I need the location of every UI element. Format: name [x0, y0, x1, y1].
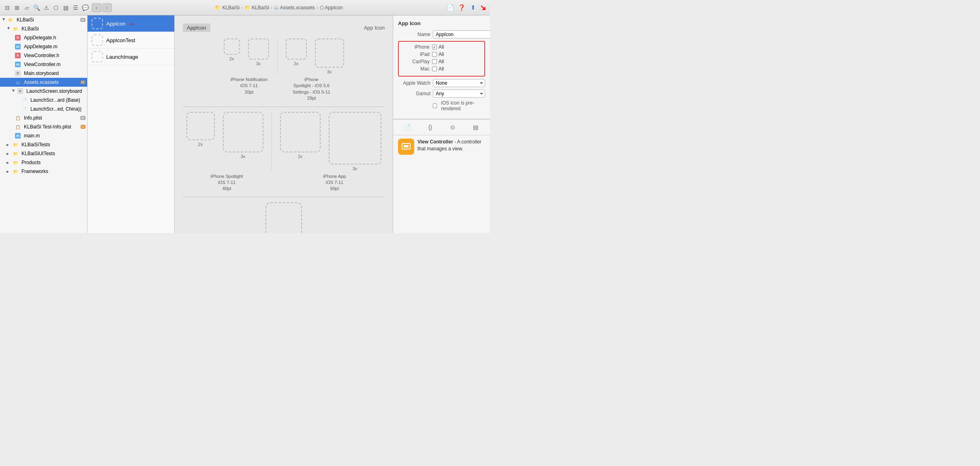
- breadcrumb-item-2[interactable]: 📁 KLBaiSi: [244, 5, 269, 11]
- sidebar-item-launchscreen-base[interactable]: 📄 LaunchScr...ard (Base): [0, 96, 87, 105]
- label-spacer-2: [278, 173, 278, 192]
- svg-rect-1: [404, 145, 409, 147]
- icon-cell-iphoneapp-3x: 3x: [329, 112, 381, 171]
- diamond-icon[interactable]: ⬡: [52, 4, 60, 12]
- triangle-products: ▶: [6, 161, 11, 165]
- forward-button[interactable]: ›: [102, 3, 112, 12]
- toolbar-nav: ‹ ›: [92, 3, 112, 12]
- help-icon[interactable]: ❓: [457, 3, 466, 12]
- sidebar-toggle-icon[interactable]: ⊟: [3, 4, 11, 12]
- grid-icon[interactable]: ▤: [62, 4, 70, 12]
- iphone-checkbox[interactable]: [432, 45, 437, 49]
- tests-folder-icon: 📁: [12, 141, 19, 148]
- applewatch-select[interactable]: None: [433, 79, 485, 87]
- sidebar-item-appdelegate-m[interactable]: m AppDelegate.m: [0, 42, 87, 51]
- search-icon[interactable]: 🔍: [32, 4, 41, 12]
- layout-icon[interactable]: ⊞: [13, 4, 21, 12]
- warning-icon[interactable]: ⚠: [42, 4, 50, 12]
- back-button[interactable]: ‹: [92, 3, 101, 12]
- sidebar-item-test-info-plist[interactable]: 📋 KLBaiSi Test-Info.plist A: [0, 122, 87, 131]
- inspector-tabs: 📄 {} ⊙ ▤: [393, 120, 490, 135]
- triangle-tests: ▶: [6, 143, 11, 147]
- vc-title: View Controller: [417, 139, 453, 145]
- appicon-icon: ⬡: [320, 5, 324, 11]
- root-folder-icon: 📁: [7, 17, 14, 23]
- assets-xcassets-label: Assets.xcassets: [24, 79, 59, 85]
- icon-placeholder-notification-2x[interactable]: [224, 38, 240, 55]
- editor-header: AppIcon App Icon: [183, 24, 385, 32]
- document-icon[interactable]: 📄: [446, 3, 455, 12]
- prerendered-checkbox[interactable]: [433, 103, 437, 108]
- sidebar-item-launchscreen-storyboard[interactable]: ▶ ⊡ LaunchScreen.storyboard: [0, 87, 87, 96]
- icon-cell-notification-3x: 3x: [248, 38, 269, 74]
- info-plist-badge: M: [80, 116, 86, 120]
- icon-placeholder-spotlight-2x[interactable]: [286, 38, 307, 60]
- asset-item-appicon[interactable]: AppIcon ←: [88, 15, 174, 32]
- icon-placeholder-iphonespotlight-2x[interactable]: [186, 112, 215, 140]
- inspector-header: App Icon Name ✕ iPhone All: [393, 15, 490, 119]
- sidebar-item-klbaisitests[interactable]: ▶ 📁 KLBaiSiTests: [0, 140, 87, 149]
- icon-placeholder-iphoneapp-2x[interactable]: [280, 112, 321, 152]
- sidebar-item-products[interactable]: ▶ 📁 Products: [0, 158, 87, 167]
- sidebar-item-main-storyboard[interactable]: ⊡ Main.storyboard: [0, 69, 87, 78]
- ipad-checkbox[interactable]: [432, 52, 437, 57]
- scale-notification-3x: 3x: [256, 61, 261, 66]
- name-label: Name: [398, 32, 430, 37]
- tab-history-icon[interactable]: ▤: [471, 123, 480, 132]
- sidebar-item-viewcontroller-m[interactable]: m ViewController.m: [0, 60, 87, 69]
- sidebar-item-main-m[interactable]: m main.m: [0, 131, 87, 140]
- sidebar-item-frameworks[interactable]: ▶ 📁 Frameworks: [0, 167, 87, 176]
- iphone-label: iPhone: [401, 44, 430, 50]
- hierarchy-icon[interactable]: ▱: [23, 4, 31, 12]
- icon-placeholder-notification-3x[interactable]: [248, 38, 269, 60]
- asset-item-launchimage[interactable]: LaunchImage: [88, 49, 174, 65]
- icon-grid-row-1-inner: 2x 3x 2x 3x: [183, 38, 385, 74]
- tab-code-icon[interactable]: {}: [426, 123, 435, 132]
- applewatch-label: Apple Watch: [398, 80, 430, 86]
- breadcrumb-item-3[interactable]: 🗂 Assets.xcassets: [274, 5, 315, 11]
- viewcontroller-h-label: ViewController.h: [24, 53, 59, 58]
- tab-target-icon[interactable]: ⊙: [448, 123, 457, 132]
- plist-icon-2: 📋: [15, 124, 21, 130]
- tab-file-icon[interactable]: 📄: [403, 123, 412, 132]
- source-control-icon[interactable]: ⬆: [469, 3, 477, 12]
- klbaisitests-label: KLBaiSiTests: [21, 142, 50, 147]
- gamut-select[interactable]: Any: [433, 90, 485, 98]
- sidebar-root[interactable]: ▶ 📁 KLBaiSi M: [0, 15, 87, 24]
- breadcrumb-item-1[interactable]: 📁 KLBaiSi: [215, 5, 240, 11]
- sidebar-klbaisi-folder[interactable]: ▶ 📁 KLBaiSi: [0, 24, 87, 33]
- icon-placeholder-spotlight-3x[interactable]: [315, 38, 344, 68]
- sidebar-item-viewcontroller-h[interactable]: h ViewController.h: [0, 51, 87, 60]
- chat-icon[interactable]: 💬: [81, 4, 89, 12]
- test-info-plist-label: KLBaiSi Test-Info.plist: [24, 124, 71, 130]
- scale-iphoneapp-3x: 3x: [353, 166, 357, 171]
- sidebar-item-info-plist[interactable]: 📋 Info.plist M: [0, 113, 87, 122]
- launchscreen-base-icon: 📄: [21, 97, 28, 103]
- asset-item-appicontest[interactable]: AppIconTest: [88, 32, 174, 49]
- assets-badge: M: [80, 80, 86, 84]
- scale-spotlight-3x: 3x: [327, 69, 332, 74]
- breadcrumb-item-4[interactable]: ⬡ AppIcon: [320, 5, 343, 11]
- inspector: App Icon Name ✕ iPhone All: [393, 15, 490, 233]
- carplay-checkbox[interactable]: [432, 59, 437, 64]
- storyboard-icon-2: ⊡: [17, 88, 24, 94]
- mac-checkbox[interactable]: [432, 66, 437, 71]
- sidebar: ▶ 📁 KLBaiSi M ▶ 📁 KLBaiSi h AppDelegate.: [0, 15, 88, 233]
- toolbar-icons-left: ⊟ ⊞ ▱ 🔍 ⚠ ⬡ ▤ ☰ 💬: [3, 4, 89, 12]
- sidebar-item-assets-xcassets[interactable]: 🗂 Assets.xcassets M: [0, 78, 87, 87]
- icon-placeholder-iphonespotlight-3x[interactable]: [223, 112, 263, 152]
- name-input[interactable]: [433, 30, 490, 38]
- icon-grid-row-3: 1x App StoreiOS1024pt: [183, 202, 385, 233]
- sidebar-item-klbaisituitests[interactable]: ▶ 📁 KLBaiSiUITests: [0, 149, 87, 158]
- icon-grid-row-3-inner: 1x App StoreiOS1024pt: [183, 202, 385, 233]
- xcassets-icon: 🗂: [274, 5, 279, 11]
- icon-placeholder-iphoneapp-3x[interactable]: [329, 112, 381, 165]
- notification-label: iPhone NotificationiOS 7-1120pt: [230, 77, 269, 102]
- sidebar-item-launchscreen-china[interactable]: 📄 LaunchScr...ed, China)): [0, 105, 87, 113]
- sidebar-item-appdelegate-h[interactable]: h AppDelegate.h: [0, 33, 87, 42]
- uitests-folder-icon: 📁: [12, 150, 19, 157]
- scale-iphoneapp-2x: 2x: [298, 154, 303, 159]
- list-icon[interactable]: ☰: [71, 4, 79, 12]
- icon-placeholder-appstore[interactable]: [265, 202, 302, 233]
- triangle-klbaisi: ▶: [7, 27, 11, 31]
